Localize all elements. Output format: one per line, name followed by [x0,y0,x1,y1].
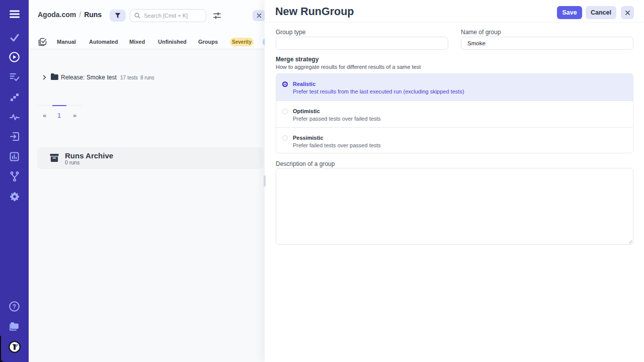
svg-text:?: ? [13,303,16,310]
